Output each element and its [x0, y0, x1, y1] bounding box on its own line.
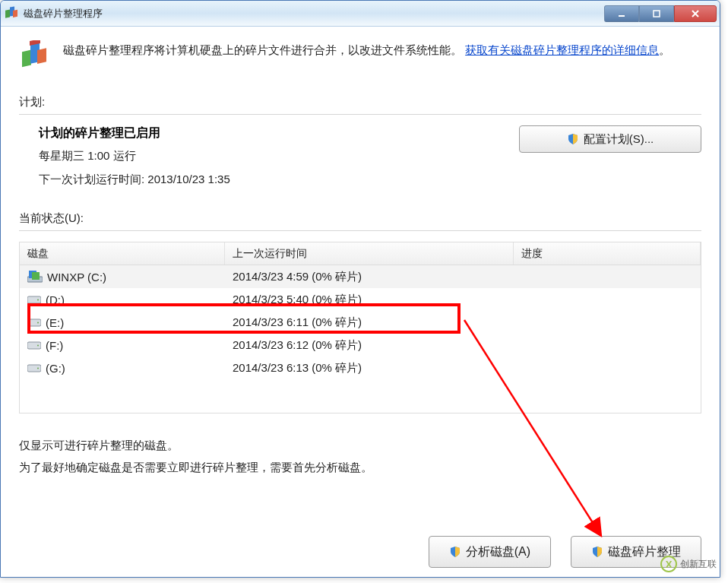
disk-name: (G:) — [46, 362, 65, 375]
col-last-run[interactable]: 上一次运行时间 — [225, 242, 514, 265]
col-disk[interactable]: 磁盘 — [20, 242, 225, 265]
app-icon — [4, 6, 19, 21]
analyze-disk-button[interactable]: 分析磁盘(A) — [429, 536, 551, 568]
intro-block: 磁盘碎片整理程序将计算机硬盘上的碎片文件进行合并，以改进文件系统性能。 获取有关… — [19, 40, 701, 72]
table-row[interactable]: (G:) 2014/3/23 6:13 (0% 碎片) — [20, 356, 701, 379]
disk-name: (E:) — [46, 316, 64, 329]
last-run: 2014/3/23 6:11 (0% 碎片) — [225, 315, 514, 330]
schedule-section-label: 计划: — [19, 95, 701, 109]
divider — [19, 230, 701, 231]
table-header: 磁盘 上一次运行时间 进度 — [20, 242, 701, 265]
defrag-window: 磁盘碎片整理程序 磁盘碎片整理程序将计算机硬盘上的碎片文件进行合并，以改进文件系… — [0, 0, 720, 578]
schedule-box: 计划的碎片整理已启用 每星期三 1:00 运行 下一次计划运行时间: 2013/… — [19, 125, 701, 196]
table-row[interactable]: (F:) 2014/3/23 6:12 (0% 碎片) — [20, 334, 701, 356]
table-row[interactable]: (E:) 2014/3/23 6:11 (0% 碎片) — [20, 311, 701, 334]
disk-name: WINXP (C:) — [47, 271, 106, 284]
drive-icon — [27, 363, 41, 373]
shield-icon — [591, 546, 603, 558]
svg-rect-12 — [27, 296, 41, 303]
defrag-icon — [19, 40, 51, 72]
drive-system-icon — [27, 271, 43, 283]
disk-name: (D:) — [46, 293, 65, 306]
maximize-button[interactable] — [639, 5, 674, 22]
svg-rect-16 — [27, 342, 41, 349]
watermark-icon: X — [660, 556, 677, 572]
svg-point-17 — [37, 345, 39, 347]
schedule-next: 下一次计划运行时间: 2013/10/23 1:35 — [39, 173, 230, 187]
table-row[interactable]: (D:) 2014/3/23 5:40 (0% 碎片) — [20, 288, 701, 311]
drive-icon — [27, 340, 41, 350]
last-run: 2014/3/23 6:13 (0% 碎片) — [225, 361, 514, 375]
configure-schedule-button[interactable]: 配置计划(S)... — [519, 125, 701, 153]
schedule-time: 每星期三 1:00 运行 — [39, 149, 230, 163]
disk-table: 磁盘 上一次运行时间 进度 WINXP (C:) 2014/3/23 4:59 … — [19, 242, 701, 413]
svg-rect-2 — [13, 9, 17, 17]
svg-rect-3 — [619, 15, 625, 17]
shield-icon — [449, 546, 461, 558]
last-run: 2014/3/23 5:40 (0% 碎片) — [225, 293, 514, 307]
svg-rect-0 — [5, 9, 10, 17]
content-area: 磁盘碎片整理程序将计算机硬盘上的碎片文件进行合并，以改进文件系统性能。 获取有关… — [1, 27, 720, 487]
svg-point-19 — [37, 368, 39, 369]
drive-icon — [27, 294, 41, 305]
help-link[interactable]: 获取有关磁盘碎片整理程序的详细信息 — [465, 43, 659, 56]
svg-rect-4 — [654, 11, 660, 17]
svg-rect-7 — [37, 48, 46, 64]
intro-period: 。 — [659, 43, 670, 56]
schedule-heading: 计划的碎片整理已启用 — [39, 125, 230, 141]
configure-label: 配置计划(S)... — [584, 132, 654, 147]
svg-point-13 — [37, 299, 39, 301]
analyze-label: 分析磁盘(A) — [466, 544, 530, 560]
minimize-button[interactable] — [604, 5, 639, 22]
svg-rect-5 — [22, 50, 31, 68]
svg-rect-11 — [32, 272, 40, 280]
table-body: WINXP (C:) 2014/3/23 4:59 (0% 碎片) (D:) 2… — [20, 265, 701, 379]
last-run: 2014/3/23 6:12 (0% 碎片) — [225, 338, 514, 353]
svg-rect-14 — [27, 319, 41, 326]
note-line2: 为了最好地确定磁盘是否需要立即进行碎片整理，需要首先分析磁盘。 — [19, 457, 701, 479]
intro-prefix: 磁盘碎片整理程序将计算机硬盘上的碎片文件进行合并，以改进文件系统性能。 — [63, 43, 462, 56]
shield-icon — [567, 133, 579, 145]
window-title: 磁盘碎片整理程序 — [24, 7, 103, 21]
divider — [19, 114, 701, 115]
drive-icon — [27, 317, 41, 328]
disk-name: (F:) — [46, 339, 63, 352]
table-row[interactable]: WINXP (C:) 2014/3/23 4:59 (0% 碎片) — [20, 265, 701, 288]
svg-point-15 — [37, 322, 39, 324]
titlebar[interactable]: 磁盘碎片整理程序 — [1, 1, 720, 27]
col-progress[interactable]: 进度 — [514, 242, 701, 265]
last-run: 2014/3/23 4:59 (0% 碎片) — [225, 270, 514, 284]
intro-text: 磁盘碎片整理程序将计算机硬盘上的碎片文件进行合并，以改进文件系统性能。 获取有关… — [63, 40, 670, 72]
svg-rect-18 — [27, 365, 41, 372]
close-button[interactable] — [674, 5, 717, 22]
schedule-info: 计划的碎片整理已启用 每星期三 1:00 运行 下一次计划运行时间: 2013/… — [19, 125, 230, 196]
status-section-label: 当前状态(U): — [19, 211, 701, 226]
note-line1: 仅显示可进行碎片整理的磁盘。 — [19, 435, 701, 457]
watermark: X 创新互联 — [660, 556, 717, 572]
window-controls — [604, 5, 717, 22]
footer-note: 仅显示可进行碎片整理的磁盘。 为了最好地确定磁盘是否需要立即进行碎片整理，需要首… — [19, 435, 701, 478]
watermark-text: 创新互联 — [680, 558, 717, 571]
